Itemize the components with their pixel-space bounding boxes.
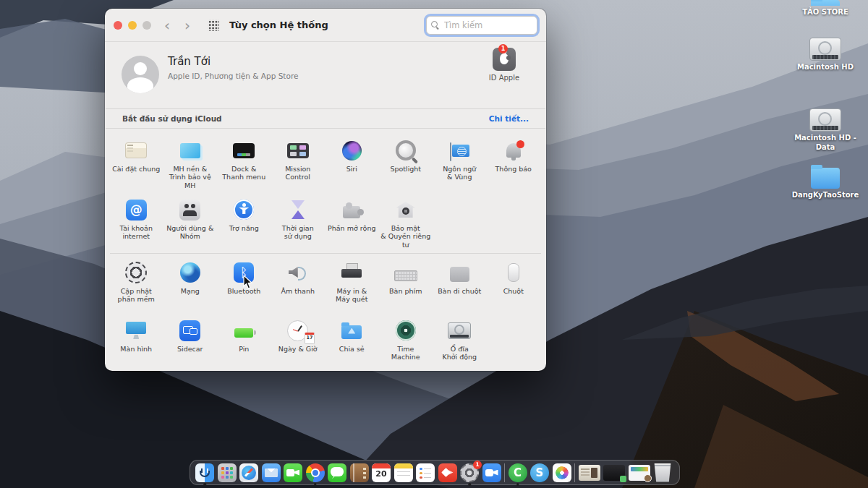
dock-finder[interactable] xyxy=(195,463,214,482)
search-field[interactable] xyxy=(426,16,537,35)
chrome-icon xyxy=(306,463,325,482)
skype-icon xyxy=(530,463,549,482)
pref-keyboard[interactable]: Bàn phím xyxy=(379,255,433,313)
pref-time-machine[interactable]: Time Machine xyxy=(379,313,433,369)
desktop-disk-macintosh-hd[interactable]: Macintosh HD xyxy=(786,38,865,72)
pref-general[interactable]: Cài đặt chung xyxy=(109,133,163,192)
dock-reminders[interactable] xyxy=(416,463,435,482)
pref-mission-control[interactable]: Mission Control xyxy=(271,133,326,192)
forward-button[interactable]: › xyxy=(177,18,197,33)
pref-displays[interactable]: Màn hình xyxy=(109,313,163,369)
dock-zoom[interactable] xyxy=(482,463,501,482)
close-button[interactable] xyxy=(114,21,122,30)
desktop-folder-tao-store[interactable]: TẢO STORE xyxy=(786,0,865,17)
mouse-icon xyxy=(508,263,519,282)
icloud-row: Bắt đầu sử dụng iCloud Chi tiết... xyxy=(105,109,546,128)
dock-chrome[interactable] xyxy=(306,463,325,482)
pref-language-region[interactable]: Ngôn ngữ & Vùng xyxy=(433,133,487,192)
window-title: Tùy chọn Hệ thống xyxy=(229,20,328,30)
pref-sound[interactable]: Âm thanh xyxy=(271,255,326,313)
show-all-grid-icon[interactable] xyxy=(208,20,219,31)
dock-notes[interactable] xyxy=(394,463,413,482)
apple-id-tile: 1 xyxy=(493,48,516,71)
minimize-button[interactable] xyxy=(128,21,137,30)
dock-skype[interactable] xyxy=(530,463,549,482)
pref-sidecar[interactable]: Sidecar xyxy=(163,313,218,369)
pref-sharing[interactable]: Chia sẻ xyxy=(325,313,379,369)
min-window-doc-icon xyxy=(629,465,650,481)
folder-icon xyxy=(811,168,840,189)
pref-spotlight[interactable]: Spotlight xyxy=(379,133,433,192)
battery-icon xyxy=(234,328,253,338)
pref-trackpad[interactable]: Bàn di chuột xyxy=(433,255,487,313)
pref-grid-row-3: Cập nhật phần mềm Mạng Bluetooth Âm than… xyxy=(109,255,542,313)
back-button[interactable]: ‹ xyxy=(157,18,177,33)
hdd-icon xyxy=(809,38,841,61)
pref-battery[interactable]: Pin xyxy=(217,313,271,369)
dock-trash[interactable] xyxy=(653,463,672,482)
pref-grid-row-4: Màn hình Sidecar Pin 17 Ngày & Giờ Chia … xyxy=(109,313,542,369)
icloud-text: Bắt đầu sử dụng iCloud xyxy=(122,114,222,123)
apple-id-profile-row[interactable]: Trần Tới Apple ID, Phương tiện & App Sto… xyxy=(105,42,546,108)
pref-internet-accounts[interactable]: Tài khoản internet xyxy=(109,192,163,253)
pref-users-groups[interactable]: Người dùng & Nhóm xyxy=(163,192,218,253)
profile-subtitle: Apple ID, Phương tiện & App Store xyxy=(168,72,298,80)
pref-grid-row-2: Tài khoản internet Người dùng & Nhóm Trợ… xyxy=(109,192,542,253)
dock-launchpad[interactable] xyxy=(218,463,237,482)
internet-accounts-icon xyxy=(126,200,147,221)
bluetooth-icon xyxy=(234,262,254,283)
zoom-window-button[interactable] xyxy=(142,21,151,30)
icloud-details-link[interactable]: Chi tiết... xyxy=(489,114,529,123)
apple-id-button[interactable]: 1 ID Apple xyxy=(481,48,527,82)
desktop-disk-macintosh-hd-data[interactable]: Macintosh HD - Data xyxy=(786,108,865,152)
pref-desktop-screensaver[interactable]: MH nền & Trình bảo vệ MH xyxy=(163,133,218,192)
messages-icon xyxy=(328,463,346,482)
sound-icon xyxy=(289,265,307,281)
pref-mouse[interactable]: Chuột xyxy=(487,255,541,313)
pref-bluetooth[interactable]: Bluetooth xyxy=(217,255,271,313)
dock-photos[interactable] xyxy=(553,463,571,482)
dock-minimized-window-2[interactable] xyxy=(603,465,625,481)
pref-extensions[interactable]: Phần mở rộng xyxy=(325,192,379,253)
apple-id-label: ID Apple xyxy=(481,74,527,82)
pref-security-privacy[interactable]: Bảo mật & Quyền riêng tư xyxy=(379,192,433,253)
pref-network[interactable]: Mạng xyxy=(163,255,218,313)
sidecar-icon xyxy=(179,320,200,341)
desktop-icons: TẢO STORE Macintosh HD Macintosh HD - Da… xyxy=(786,0,865,246)
folder-icon xyxy=(811,0,840,6)
pref-date-time[interactable]: 17 Ngày & Giờ xyxy=(271,313,326,369)
dock-system-preferences[interactable]: 1 xyxy=(460,463,479,482)
search-input[interactable] xyxy=(443,20,525,31)
pref-printers-scanners[interactable]: Máy in & Máy quét xyxy=(325,255,379,313)
pref-dock-menubar[interactable]: Dock & Thanh menu xyxy=(217,133,271,192)
time-machine-icon xyxy=(396,320,416,341)
sharing-icon xyxy=(341,325,362,339)
dock-mail[interactable] xyxy=(262,463,281,482)
dock-camtasia[interactable] xyxy=(509,463,527,482)
dock-messages[interactable] xyxy=(328,463,346,482)
apple-logo-icon xyxy=(500,53,509,64)
software-update-icon xyxy=(125,262,147,283)
pref-notifications[interactable]: Thông báo xyxy=(487,133,541,192)
desktop-screensaver-icon xyxy=(180,143,200,158)
mission-control-icon xyxy=(287,143,309,158)
dock-minimized-window-1[interactable] xyxy=(579,465,600,481)
dock-contacts[interactable] xyxy=(350,463,369,482)
pref-startup-disk[interactable]: Ổ đĩa Khởi động xyxy=(433,313,487,369)
trash-icon xyxy=(653,463,672,482)
dock-minimized-window-3[interactable] xyxy=(629,465,650,481)
startup-disk-icon xyxy=(448,322,471,339)
safari-icon xyxy=(239,463,258,482)
contacts-icon xyxy=(350,463,369,482)
dock-safari[interactable] xyxy=(239,463,258,482)
pref-siri[interactable]: Siri xyxy=(325,133,379,192)
reminders-icon xyxy=(416,463,435,482)
dock-facetime[interactable] xyxy=(284,463,302,482)
pref-software-update[interactable]: Cập nhật phần mềm xyxy=(109,255,163,313)
pref-screen-time[interactable]: Thời gian sử dụng xyxy=(271,192,326,253)
desktop-folder-dangkytaostore[interactable]: DangKyTaoStore xyxy=(786,168,865,200)
spotlight-icon xyxy=(396,140,416,160)
dock-red-diamond-app[interactable] xyxy=(438,463,457,482)
pref-accessibility[interactable]: Trợ năng xyxy=(217,192,271,253)
dock-calendar[interactable]: 20 xyxy=(372,463,391,482)
